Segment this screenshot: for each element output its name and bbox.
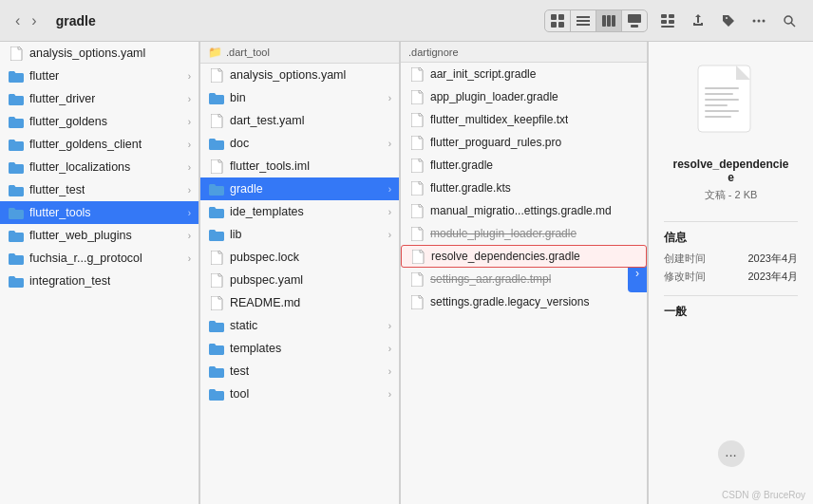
folder-icon xyxy=(8,159,25,175)
list-item[interactable]: gradle› xyxy=(200,177,399,200)
file-icon xyxy=(408,112,425,127)
list-item[interactable]: settings_aar.gradle.tmpl xyxy=(401,268,647,290)
chevron-right-icon: › xyxy=(188,185,191,196)
list-item[interactable]: settings.gradle.legacy_versions xyxy=(401,290,647,313)
pane1: analysis_options.yamlflutter›flutter_dri… xyxy=(0,42,199,504)
list-item[interactable]: flutter_tools› xyxy=(0,201,199,224)
detail-more-button[interactable]: ··· xyxy=(718,440,745,467)
list-item[interactable]: ide_templates› xyxy=(200,200,399,223)
list-item[interactable]: analysis_options.yaml xyxy=(200,64,399,86)
chevron-right-icon: › xyxy=(388,344,391,354)
back-button[interactable]: ‹ xyxy=(11,10,24,31)
chevron-right-icon: › xyxy=(188,231,191,241)
view-columns-button[interactable] xyxy=(596,10,622,31)
detail-extra-title: 一般 xyxy=(664,304,687,320)
folder-icon xyxy=(208,136,225,151)
toolbar: ‹ › gradle xyxy=(0,0,813,42)
list-item[interactable]: flutter_proguard_rules.pro xyxy=(401,131,647,154)
list-item[interactable]: flutter› xyxy=(0,65,199,87)
detail-divider1 xyxy=(664,221,798,222)
list-item[interactable]: pubspec.yaml xyxy=(200,269,399,291)
list-item[interactable]: flutter_goldens_client› xyxy=(0,133,199,156)
list-item[interactable]: test› xyxy=(200,360,399,383)
list-item[interactable]: flutter.gradle xyxy=(401,154,647,177)
view-gallery-button[interactable] xyxy=(622,10,647,31)
detail-modified-value: 2023年4月 xyxy=(747,270,798,284)
toolbar-actions xyxy=(655,10,802,31)
list-item-label: settings_aar.gradle.tmpl xyxy=(430,272,551,286)
svg-rect-2 xyxy=(551,22,557,28)
list-item[interactable]: bin› xyxy=(200,86,399,109)
list-item[interactable]: pubspec.lock xyxy=(200,246,399,269)
list-item[interactable]: flutter_localizations› xyxy=(0,156,199,178)
svg-rect-1 xyxy=(558,14,564,20)
list-item-label: dart_test.yaml xyxy=(230,114,305,127)
list-item[interactable]: fuchsia_r...g_protocol› xyxy=(0,247,199,270)
svg-rect-5 xyxy=(577,20,590,22)
list-item-label: fuchsia_r...g_protocol xyxy=(29,252,142,265)
chevron-right-icon: › xyxy=(188,94,191,104)
svg-point-19 xyxy=(763,19,766,22)
list-item[interactable]: lib› xyxy=(200,223,399,246)
group-button[interactable] xyxy=(655,10,680,31)
list-item-label: flutter_goldens xyxy=(29,115,107,128)
file-icon xyxy=(408,135,425,150)
list-item-label: resolve_dependencies.gradle xyxy=(431,250,580,263)
list-item[interactable]: flutter.gradle.kts xyxy=(401,177,647,199)
list-item[interactable]: flutter_test› xyxy=(0,178,199,201)
list-item[interactable]: flutter_goldens› xyxy=(0,110,199,133)
list-item[interactable]: analysis_options.yaml xyxy=(0,42,199,65)
file-icon xyxy=(208,272,225,288)
list-item[interactable]: manual_migratio...ettings.gradle.md xyxy=(401,199,647,222)
list-item-label: flutter_localizations xyxy=(29,160,130,174)
file-icon xyxy=(409,249,426,264)
file-icon xyxy=(208,295,225,310)
list-item[interactable]: aar_init_script.gradle xyxy=(401,63,647,85)
list-item[interactable]: flutter_web_plugins› xyxy=(0,224,199,247)
list-item[interactable]: app_plugin_loader.gradle xyxy=(401,85,647,108)
watermark: CSDN @ BruceRoy xyxy=(649,486,813,504)
share-button[interactable] xyxy=(686,10,710,31)
list-item-label: pubspec.lock xyxy=(230,251,299,264)
list-item[interactable]: flutter_tools.iml xyxy=(200,155,399,177)
svg-point-18 xyxy=(758,19,761,22)
list-item[interactable]: tool› xyxy=(200,383,399,405)
list-item[interactable]: resolve_dependencies.gradle xyxy=(401,245,647,268)
list-item[interactable]: module_plugin_loader.gradle xyxy=(401,222,647,245)
list-item-label: analysis_options.yaml xyxy=(230,68,346,82)
list-item-label: lib xyxy=(230,228,242,241)
chevron-right-icon: › xyxy=(388,207,391,217)
svg-rect-10 xyxy=(628,14,641,23)
list-item[interactable]: templates› xyxy=(200,337,399,360)
search-button[interactable] xyxy=(777,10,802,31)
chevron-right-icon: › xyxy=(188,208,191,218)
list-item[interactable]: README.md xyxy=(200,291,399,314)
svg-rect-13 xyxy=(669,14,674,18)
list-item-label: module_plugin_loader.gradle xyxy=(430,227,577,240)
view-list-button[interactable] xyxy=(571,10,596,31)
tag-button[interactable] xyxy=(716,10,741,31)
list-item-label: flutter.gradle.kts xyxy=(430,181,511,195)
folder-icon xyxy=(208,204,225,219)
chevron-right-icon: › xyxy=(388,230,391,240)
list-item-label: flutter.gradle xyxy=(430,159,493,172)
list-item[interactable]: static› xyxy=(200,314,399,337)
chevron-right-icon: › xyxy=(388,93,391,103)
list-item-label: doc xyxy=(230,137,249,150)
forward-button[interactable]: › xyxy=(28,10,40,31)
file-preview-icon xyxy=(693,61,769,146)
list-item[interactable]: flutter_driver› xyxy=(0,87,199,110)
list-item[interactable]: dart_test.yaml xyxy=(200,109,399,132)
folder-icon xyxy=(8,137,25,152)
list-item[interactable]: flutter_multidex_keepfile.txt xyxy=(401,108,647,131)
chevron-right-icon: › xyxy=(188,117,191,127)
svg-rect-14 xyxy=(661,20,667,24)
chevron-right-icon: › xyxy=(188,253,191,264)
file-icon xyxy=(8,46,25,61)
detail-content: resolve_dependencie e 文稿 - 2 KB 信息 创建时间 … xyxy=(649,42,813,486)
view-grid-button[interactable] xyxy=(545,10,571,31)
list-item[interactable]: doc› xyxy=(200,132,399,155)
more-button[interactable] xyxy=(747,10,771,31)
list-item-label: tool xyxy=(230,387,249,401)
list-item[interactable]: integration_test xyxy=(0,270,199,292)
